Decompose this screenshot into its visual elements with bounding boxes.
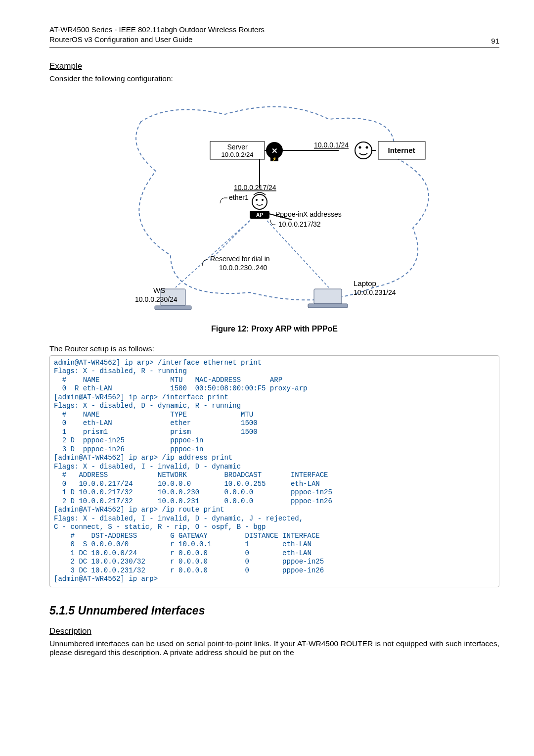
network-diagram: Server 10.0.0.2/24 ✕ ⚡ 10.0.0.1/24 Inter… [49,92,499,320]
description-heading: Description [49,626,499,636]
header-line2: RouterOS v3 Configuration and User Guide [49,35,192,44]
net-ip: 10.0.0.1/24 [314,141,349,149]
svg-text:✕: ✕ [271,146,278,155]
laptop-ip: 10.0.0.231/24 [354,288,396,296]
svg-point-17 [256,199,258,201]
example-heading: Example [49,61,499,71]
ws-ip: 10.0.0.230/24 [135,295,178,303]
header-line1: AT-WR4500 Series - IEEE 802.11abgh Outdo… [49,25,265,34]
pppoe-ip: 10.0.0.217/32 [278,220,321,228]
diagram-svg: Server 10.0.0.2/24 ✕ ⚡ 10.0.0.1/24 Inter… [96,92,452,320]
description-body: Unnumbered interfaces can be used on ser… [49,639,499,657]
svg-text:⚡: ⚡ [272,156,277,161]
page-number: 91 [491,37,499,45]
header-title: AT-WR4500 Series - IEEE 802.11abgh Outdo… [49,25,265,45]
figure-caption: Figure 12: Proxy ARP with PPPoE [49,325,499,333]
pppoe-label: Pppoe-inX addresses [275,210,342,218]
laptop-label: Laptop [354,279,376,287]
svg-point-13 [359,146,361,148]
setup-intro: The Router setup is as follows: [49,344,499,353]
server-ip: 10.0.0.2/24 [221,151,253,158]
svg-rect-23 [308,304,348,308]
ws-label: WS [153,286,165,294]
cli-output: admin@AT-WR4562] ip arp> /interface ethe… [49,355,499,587]
svg-point-14 [366,146,368,148]
svg-rect-21 [155,306,191,310]
svg-point-16 [252,194,267,209]
server-label: Server [227,143,248,151]
svg-rect-22 [314,289,342,304]
example-intro: Consider the following configuration: [49,74,499,83]
reserved-ip: 10.0.0.230..240 [219,264,267,272]
svg-line-4 [210,221,250,260]
svg-line-6 [267,221,329,287]
section-heading: 5.1.5 Unnumbered Interfaces [49,604,499,617]
svg-point-12 [355,142,372,159]
svg-point-18 [262,199,264,201]
page-header: AT-WR4500 Series - IEEE 802.11abgh Outdo… [49,25,499,47]
internet-label: Internet [388,146,415,154]
ap-label: AP [256,212,263,218]
svg-line-5 [176,221,250,287]
eth1-ip: 10.0.0.217/24 [234,184,276,191]
eth1-label: ether1 [229,193,249,201]
reserved-label: Reserved for dial in [210,255,270,263]
